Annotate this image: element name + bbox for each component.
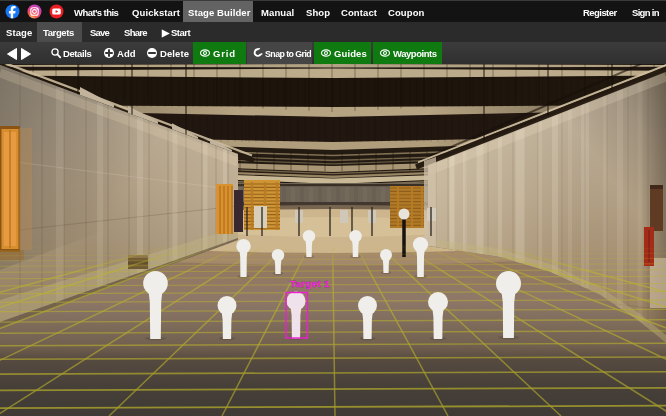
svg-text:Target 1: Target 1 [290,278,330,289]
